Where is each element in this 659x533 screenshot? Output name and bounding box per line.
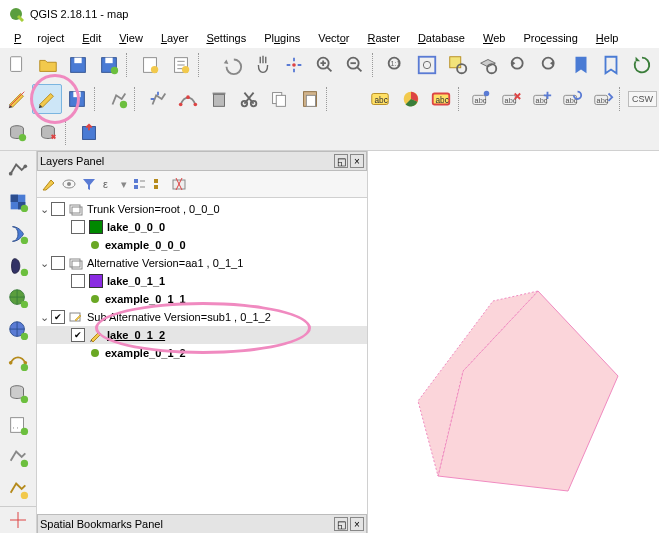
zoom-next-button[interactable] <box>535 50 565 80</box>
expand-toggle[interactable]: ⌄ <box>37 257 51 270</box>
menu-settings[interactable]: Settings <box>198 30 254 46</box>
zoom-in-button[interactable] <box>310 50 340 80</box>
add-vector-layer-button[interactable] <box>3 155 33 185</box>
tree-group[interactable]: ⌄ Trunk Version=root , 0_0_0 <box>37 200 367 218</box>
zoom-selection-button[interactable] <box>443 50 473 80</box>
collapse-all-icon[interactable] <box>151 176 167 192</box>
current-edits-button[interactable] <box>2 84 31 114</box>
visibility-checkbox[interactable] <box>71 274 85 288</box>
expand-all-icon[interactable] <box>131 176 147 192</box>
visibility-checkbox[interactable] <box>71 220 85 234</box>
move-label-button[interactable]: abc <box>527 84 556 114</box>
delete-selected-button[interactable] <box>204 84 233 114</box>
toggle-editing-button[interactable] <box>32 84 61 114</box>
change-label-button[interactable]: abc <box>588 84 617 114</box>
node-tool-button[interactable] <box>174 84 203 114</box>
label-tool-button[interactable]: abc <box>365 84 394 114</box>
bookmarks-panel-close-button[interactable]: × <box>350 517 364 531</box>
menu-plugins[interactable]: Plugins <box>256 30 308 46</box>
style-preset-icon[interactable] <box>41 176 57 192</box>
add-delimited-button[interactable]: , , <box>3 410 33 440</box>
group-icon <box>69 202 83 216</box>
visibility-checkbox[interactable] <box>51 202 65 216</box>
menu-layer[interactable]: Layer <box>153 30 197 46</box>
versioning-db-button[interactable] <box>2 118 32 148</box>
visibility-checkbox[interactable] <box>51 256 65 270</box>
remove-layer-icon[interactable] <box>171 176 187 192</box>
pin-label-button[interactable]: abc <box>466 84 495 114</box>
bookmarks-panel-undock-button[interactable]: ◱ <box>334 517 348 531</box>
versioning-commit-button[interactable] <box>74 118 104 148</box>
tree-layer[interactable]: example_0_1_1 <box>37 290 367 308</box>
layers-tree[interactable]: ⌄ Trunk Version=root , 0_0_0 lake_0_0_0 … <box>37 198 367 514</box>
save-as-button[interactable] <box>94 50 124 80</box>
versioning-branch-button[interactable] <box>33 118 63 148</box>
show-hide-label-button[interactable]: abc <box>497 84 526 114</box>
save-edits-button[interactable] <box>63 84 92 114</box>
layers-panel-close-button[interactable]: × <box>350 154 364 168</box>
zoom-full-button[interactable] <box>412 50 442 80</box>
layers-panel-undock-button[interactable]: ◱ <box>334 154 348 168</box>
new-bookmark-button[interactable] <box>566 50 596 80</box>
open-project-button[interactable] <box>33 50 63 80</box>
map-canvas[interactable] <box>368 151 659 533</box>
csw-button[interactable]: CSW <box>628 91 657 107</box>
new-project-button[interactable] <box>2 50 32 80</box>
tree-layer[interactable]: lake_0_0_0 <box>37 218 367 236</box>
pan-to-selection-button[interactable] <box>279 50 309 80</box>
expand-toggle[interactable]: ⌄ <box>37 203 51 216</box>
show-bookmarks-button[interactable] <box>597 50 627 80</box>
menu-project[interactable]: Project <box>6 30 72 46</box>
menu-edit[interactable]: Edit <box>74 30 109 46</box>
cut-button[interactable] <box>234 84 263 114</box>
menu-processing[interactable]: Processing <box>515 30 585 46</box>
tree-group[interactable]: ⌄ Alternative Version=aa1 , 0_1_1 <box>37 254 367 272</box>
svg-rect-60 <box>11 195 18 202</box>
menu-raster[interactable]: Raster <box>359 30 407 46</box>
add-feature-button[interactable] <box>103 84 132 114</box>
add-spatialite-button[interactable] <box>3 219 33 249</box>
add-postgis-button[interactable] <box>3 251 33 281</box>
menu-database[interactable]: Database <box>410 30 473 46</box>
svg-text:abc: abc <box>375 96 388 105</box>
new-shapefile-button[interactable] <box>3 474 33 504</box>
add-virtual-layer-button[interactable] <box>3 442 33 472</box>
add-mssql-button[interactable] <box>3 378 33 408</box>
zoom-native-button[interactable]: 1:1 <box>381 50 411 80</box>
add-raster-layer-button[interactable] <box>3 187 33 217</box>
visibility-checkbox[interactable] <box>71 328 85 342</box>
manage-visibility-icon[interactable] <box>61 176 77 192</box>
tree-group[interactable]: ⌄ Sub Alternative Version=sub1 , 0_1_2 <box>37 308 367 326</box>
pan-button[interactable] <box>248 50 278 80</box>
tree-layer[interactable]: lake_0_1_2 <box>37 326 367 344</box>
add-wcs-button[interactable] <box>3 315 33 345</box>
svg-point-25 <box>119 101 126 108</box>
copy-button[interactable] <box>265 84 294 114</box>
zoom-last-button[interactable] <box>504 50 534 80</box>
print-composer-button[interactable] <box>135 50 165 80</box>
add-wms-button[interactable] <box>3 283 33 313</box>
menu-view[interactable]: View <box>111 30 151 46</box>
undo-button[interactable] <box>217 50 247 80</box>
zoom-out-button[interactable] <box>340 50 370 80</box>
pie-chart-button[interactable] <box>396 84 425 114</box>
rotate-label-button[interactable]: abc <box>558 84 587 114</box>
visibility-checkbox[interactable] <box>51 310 65 324</box>
expression-filter-icon[interactable]: ε <box>101 176 117 192</box>
save-project-button[interactable] <box>64 50 94 80</box>
filter-legend-icon[interactable] <box>81 176 97 192</box>
composer-manager-button[interactable] <box>166 50 196 80</box>
menu-web[interactable]: Web <box>475 30 513 46</box>
zoom-layer-button[interactable] <box>474 50 504 80</box>
tree-layer[interactable]: example_0_0_0 <box>37 236 367 254</box>
paste-button[interactable] <box>295 84 324 114</box>
refresh-button[interactable] <box>627 50 657 80</box>
menu-help[interactable]: Help <box>588 30 627 46</box>
highlight-label-button[interactable]: abc <box>426 84 455 114</box>
move-feature-button[interactable] <box>143 84 172 114</box>
tree-layer[interactable]: example_0_1_2 <box>37 344 367 362</box>
add-wfs-button[interactable] <box>3 347 33 377</box>
tree-layer[interactable]: lake_0_1_1 <box>37 272 367 290</box>
expand-toggle[interactable]: ⌄ <box>37 311 51 324</box>
menu-vector[interactable]: Vector <box>310 30 357 46</box>
